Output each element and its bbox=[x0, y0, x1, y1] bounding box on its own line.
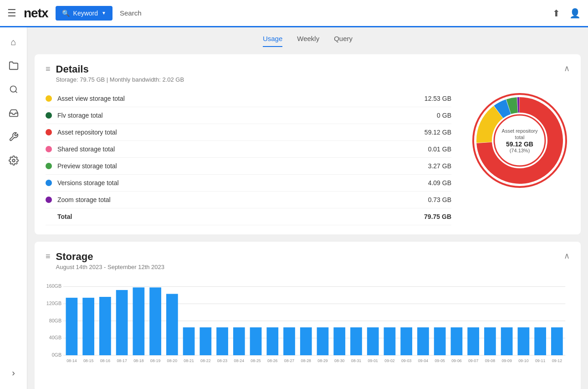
storage-chart: 160GB120GB80GB40GB0GB08-1408-1508-1608-1… bbox=[46, 278, 570, 383]
search-icon: 🔍 bbox=[62, 10, 70, 17]
svg-text:09-03: 09-03 bbox=[401, 358, 411, 363]
details-card-subtitle: Storage: 79.75 GB | Monthly bandwidth: 2… bbox=[56, 76, 184, 83]
bar-08-30 bbox=[333, 327, 345, 355]
svg-text:09-09: 09-09 bbox=[501, 358, 511, 363]
keyword-label: Keyword bbox=[73, 10, 98, 17]
tab-query[interactable]: Query bbox=[334, 35, 353, 47]
detail-dot bbox=[46, 129, 52, 135]
bar-09-08 bbox=[484, 327, 496, 355]
details-body: Asset view storage total 12.53 GB Flv st… bbox=[46, 90, 570, 225]
dropdown-caret-icon: ▼ bbox=[102, 10, 106, 16]
detail-dot-total bbox=[46, 213, 52, 220]
svg-text:08-16: 08-16 bbox=[100, 358, 110, 363]
detail-label: Asset view storage total bbox=[57, 95, 424, 102]
detail-value: 4.09 GB bbox=[428, 179, 451, 187]
svg-text:09-04: 09-04 bbox=[418, 358, 428, 363]
sidebar-item-search[interactable] bbox=[3, 78, 25, 100]
bar-08-24 bbox=[233, 327, 245, 355]
svg-text:08-26: 08-26 bbox=[267, 358, 277, 363]
bar-09-11 bbox=[534, 327, 546, 355]
detail-value: 12.53 GB bbox=[424, 95, 451, 102]
sidebar: ⌂ › bbox=[0, 27, 27, 389]
bar-08-17 bbox=[116, 290, 128, 355]
upload-icon[interactable]: ⬆ bbox=[552, 8, 560, 19]
svg-point-4 bbox=[494, 115, 545, 166]
bar-09-03 bbox=[400, 327, 412, 355]
tab-usage[interactable]: Usage bbox=[263, 35, 282, 47]
detail-row: Flv storage total 0 GB bbox=[46, 107, 451, 124]
tab-weekly[interactable]: Weekly bbox=[297, 35, 319, 47]
bar-08-18 bbox=[133, 287, 144, 355]
detail-row: Shared storage total 0.01 GB bbox=[46, 141, 451, 158]
bar-09-09 bbox=[501, 327, 513, 355]
bar-08-28 bbox=[300, 327, 312, 355]
details-menu-icon: ≡ bbox=[46, 64, 51, 74]
detail-label: Shared storage total bbox=[57, 145, 428, 153]
detail-value: 0.73 GB bbox=[428, 196, 451, 203]
sidebar-item-expand[interactable]: › bbox=[3, 362, 25, 384]
svg-text:40GB: 40GB bbox=[49, 335, 61, 340]
bar-08-14 bbox=[66, 298, 78, 355]
bar-09-10 bbox=[518, 327, 530, 355]
detail-row: Preview storage total 3.27 GB bbox=[46, 158, 451, 175]
search-text[interactable]: Search bbox=[120, 9, 142, 17]
detail-label: Versions storage total bbox=[57, 179, 428, 187]
bar-08-23 bbox=[216, 327, 228, 355]
svg-point-2 bbox=[12, 159, 15, 162]
main-content: Usage Weekly Query ≡ Details Storage: 79… bbox=[27, 27, 588, 389]
user-icon[interactable]: 👤 bbox=[569, 8, 581, 19]
bar-08-22 bbox=[199, 327, 211, 355]
bar-08-21 bbox=[183, 327, 195, 355]
keyword-button[interactable]: 🔍 Keyword ▼ bbox=[56, 6, 112, 21]
sidebar-item-folder[interactable] bbox=[3, 55, 25, 77]
svg-text:08-14: 08-14 bbox=[66, 358, 77, 363]
storage-menu-icon: ≡ bbox=[46, 252, 51, 261]
sidebar-item-home[interactable]: ⌂ bbox=[3, 31, 25, 53]
svg-text:08-29: 08-29 bbox=[317, 358, 327, 363]
svg-text:08-20: 08-20 bbox=[167, 358, 177, 363]
svg-text:09-05: 09-05 bbox=[435, 358, 445, 363]
bar-08-26 bbox=[266, 327, 278, 355]
detail-dot bbox=[46, 163, 52, 169]
svg-text:09-01: 09-01 bbox=[368, 358, 378, 363]
storage-collapse-icon[interactable]: ∧ bbox=[564, 251, 570, 261]
svg-text:08-22: 08-22 bbox=[200, 358, 210, 363]
detail-dot bbox=[46, 146, 52, 152]
detail-row: Asset repository total 59.12 GB bbox=[46, 124, 451, 141]
hamburger-icon[interactable]: ☰ bbox=[7, 7, 16, 19]
detail-label: Zoom storage total bbox=[57, 196, 428, 203]
bar-09-07 bbox=[467, 327, 479, 355]
details-card-header-left: ≡ Details Storage: 79.75 GB | Monthly ba… bbox=[46, 63, 184, 83]
detail-dot bbox=[46, 197, 52, 203]
details-table: Asset view storage total 12.53 GB Flv st… bbox=[46, 90, 451, 225]
bar-09-01 bbox=[367, 327, 379, 355]
bar-08-25 bbox=[250, 327, 262, 355]
svg-text:160GB: 160GB bbox=[46, 283, 61, 289]
storage-card-header: ≡ Storage August 14th 2023 - September 1… bbox=[46, 251, 570, 270]
bar-08-27 bbox=[283, 327, 295, 355]
svg-text:09-11: 09-11 bbox=[535, 358, 545, 363]
bar-09-04 bbox=[417, 327, 429, 355]
donut-chart: Asset repositorytotal 59.12 GB (74.13%) bbox=[470, 90, 570, 191]
details-collapse-icon[interactable]: ∧ bbox=[564, 63, 570, 73]
svg-text:09-10: 09-10 bbox=[518, 358, 528, 363]
total-label: Total bbox=[57, 213, 424, 220]
sidebar-item-inbox[interactable] bbox=[3, 102, 25, 124]
svg-text:08-31: 08-31 bbox=[351, 358, 361, 363]
svg-text:08-30: 08-30 bbox=[334, 358, 344, 363]
detail-row: Zoom storage total 0.73 GB bbox=[46, 192, 451, 208]
detail-value: 0 GB bbox=[437, 112, 451, 119]
svg-text:08-24: 08-24 bbox=[234, 358, 244, 363]
svg-text:0GB: 0GB bbox=[52, 352, 61, 358]
detail-dot bbox=[46, 112, 52, 119]
svg-text:09-07: 09-07 bbox=[468, 358, 478, 363]
topbar: ☰ netx 🔍 Keyword ▼ Search ⬆ 👤 bbox=[0, 0, 588, 27]
sidebar-item-tools[interactable] bbox=[3, 126, 25, 148]
sidebar-item-settings[interactable] bbox=[3, 150, 25, 171]
detail-value: 0.01 GB bbox=[428, 145, 451, 153]
svg-text:08-21: 08-21 bbox=[184, 358, 194, 363]
svg-text:08-15: 08-15 bbox=[83, 358, 93, 363]
svg-text:08-17: 08-17 bbox=[117, 358, 127, 363]
bar-08-31 bbox=[350, 327, 362, 355]
total-value: 79.75 GB bbox=[424, 213, 451, 220]
